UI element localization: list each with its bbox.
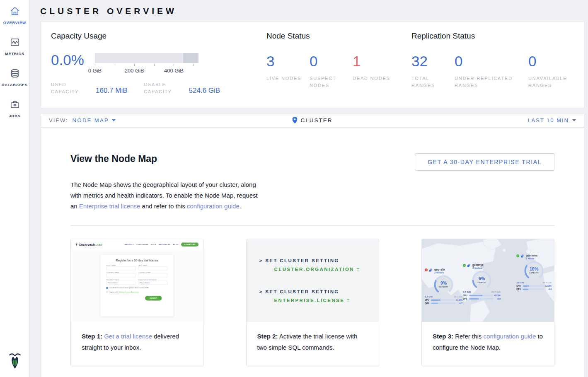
qps-bar xyxy=(523,288,544,290)
nodes-icon xyxy=(467,263,471,268)
thumb-nav-item: BLOG xyxy=(173,244,179,246)
qps-value: 4.4 xyxy=(545,288,552,290)
map-locality-nyc: ✓ geo=nyc 2 Nodes xyxy=(463,263,501,300)
thumb-checkbox-unchecked xyxy=(106,291,108,293)
chevron-down-icon xyxy=(572,119,576,121)
configuration-guide-link[interactable]: configuration guide xyxy=(484,333,536,340)
total-ranges-value: 32 xyxy=(411,53,451,70)
thumb-field-label: PROJECT PHASE xyxy=(106,279,136,281)
locality-node-count: 2 Nodes xyxy=(472,267,484,270)
cpu-value: 11.0% xyxy=(456,299,462,301)
sidebar-item-overview[interactable]: OVERVIEW xyxy=(0,6,29,25)
qps-bar xyxy=(469,298,494,300)
qps-bar xyxy=(431,302,455,304)
map-locality-ams: ✓ geo=ams 1 Node xyxy=(516,254,552,290)
thumb-checkbox-label: I would like to receive email updates ab… xyxy=(109,287,149,289)
step3-caption: Step 3: Refer this configuration guide t… xyxy=(422,322,554,362)
view-selector-dropdown[interactable]: NODE MAP xyxy=(73,117,116,123)
thumb-trial-form: Register for a 30-day trial license FIRS… xyxy=(100,254,174,317)
sidebar-item-label: OVERVIEW xyxy=(3,21,27,25)
dead-nodes-label: DEAD NODES xyxy=(353,75,391,82)
under-replicated-ranges-label: UNDER-REPLICATED RANGES xyxy=(455,75,521,89)
configuration-guide-link[interactable]: configuration guide xyxy=(187,203,240,210)
capacity-label: CAPACITY xyxy=(434,286,453,288)
step3-card: ! geo=sfo 2 Nodes xyxy=(421,239,554,366)
capacity-donut: 9% CAPACITY xyxy=(434,276,453,295)
thumb-nav-item: DOCS xyxy=(151,244,156,246)
replication-status-section: Replication Status 32 TOTAL RANGES 0 UND… xyxy=(411,31,576,108)
locality-total: 36.4 GiB xyxy=(542,281,552,284)
thumb-field-select: Please Select xyxy=(138,281,168,285)
enterprise-trial-button[interactable]: GET A 30-DAY ENTERPRISE TRIAL xyxy=(415,153,554,171)
unavailable-ranges-label: UNAVAILABLE RANGES xyxy=(528,75,573,89)
content-area: CLUSTER OVERVIEW Capacity Usage 0.0% 0 G… xyxy=(30,0,588,377)
under-replicated-ranges-stat: 0 UNDER-REPLICATED RANGES xyxy=(455,53,528,89)
capacity-bar xyxy=(95,53,198,63)
time-range-dropdown[interactable]: LAST 10 MIN xyxy=(528,117,576,123)
dead-status-icon: ! xyxy=(425,268,428,271)
locality-total: 351 GiB xyxy=(454,295,462,298)
thumb-checkbox-checked xyxy=(106,287,108,289)
sidebar-item-jobs[interactable]: JOBS xyxy=(0,99,29,118)
step2-caption: Step 2: Activate the trial license with … xyxy=(247,322,379,362)
locality-capacity-percent: 9% xyxy=(434,281,453,286)
cpu-bar xyxy=(523,285,544,287)
node-status-section: Node Status 3 LIVE NODES 0 SUSPECT NODES… xyxy=(266,31,411,108)
suspect-nodes-value: 0 xyxy=(310,53,349,70)
map-locality-sfo: ! geo=sfo 2 Nodes xyxy=(425,268,462,304)
view-label: VIEW: xyxy=(49,117,68,123)
thumb-nav-item: RESOURCES xyxy=(159,244,170,246)
sql-setting-line: CLUSTER.ORGANIZATION = xyxy=(274,267,379,272)
thumb-field-label: REASON FOR INTEREST xyxy=(138,279,168,281)
under-replicated-ranges-value: 0 xyxy=(455,53,525,70)
suspect-nodes-label: SUSPECT NODES xyxy=(310,75,348,89)
sidebar-item-databases[interactable]: DATABASES xyxy=(0,68,29,87)
nodes-icon xyxy=(520,254,525,258)
thumb-submit-button: SUBMIT xyxy=(145,296,162,301)
get-trial-license-link[interactable]: Get a trial license xyxy=(104,333,152,340)
dead-nodes-value: 1 xyxy=(353,53,392,70)
step3-text: Refer this xyxy=(453,333,484,340)
capacity-usage-title: Capacity Usage xyxy=(51,31,266,41)
locality-name: geo=sfo xyxy=(434,268,445,271)
cpu-label: CPU xyxy=(463,294,468,297)
cpu-label: CPU xyxy=(516,285,522,287)
cluster-summary-card: Capacity Usage 0.0% 0 GiB 200 GiB 400 Gi… xyxy=(40,21,585,108)
thumb-brand: Cockroach xyxy=(79,243,95,247)
step3-thumbnail: ! geo=sfo 2 Nodes xyxy=(422,239,554,322)
cpu-value: 12.3% xyxy=(545,285,552,287)
qps-value: 8.8 xyxy=(494,297,501,300)
scope-indicator: CLUSTER xyxy=(292,117,332,123)
axis-tick-label: 400 GiB xyxy=(164,68,184,74)
sidebar-item-label: METRICS xyxy=(5,52,24,56)
sidebar-item-label: DATABASES xyxy=(2,83,28,87)
thumb-checkbox-label: I agree to the Software License Agreemen… xyxy=(109,291,139,293)
used-capacity-value: 160.7 MiB xyxy=(96,87,128,95)
locality-name: geo=ams xyxy=(526,254,537,257)
used-capacity-label: USED CAPACITY xyxy=(51,81,87,95)
description-text: and refer to this xyxy=(140,203,187,210)
thumb-field-input xyxy=(138,274,168,278)
locality-capacity-percent: 10% xyxy=(525,267,544,272)
sql-prompt-line: > SET CLUSTER SETTING xyxy=(259,258,379,263)
thumb-field-label: COMPANY NAME xyxy=(106,272,136,273)
node-status-title: Node Status xyxy=(266,31,411,41)
sql-setting-line: ENTERPRISE.LICENSE = xyxy=(274,298,379,303)
locality-used: 3.7 GiB xyxy=(463,291,471,293)
enterprise-trial-license-link[interactable]: Enterprise trial license xyxy=(79,203,140,210)
thumb-field-input xyxy=(106,274,136,278)
step3-prefix: Step 3: xyxy=(433,333,453,340)
sidebar-item-metrics[interactable]: METRICS xyxy=(0,37,29,56)
cpu-bar xyxy=(431,299,455,301)
capacity-donut: 6% CAPACITY xyxy=(472,271,491,290)
node-map-heading: View the Node Map xyxy=(70,153,157,164)
thumb-field-input xyxy=(106,266,136,270)
qps-label: QPS xyxy=(516,288,522,290)
step2-thumbnail: > SET CLUSTER SETTING CLUSTER.ORGANIZATI… xyxy=(247,239,379,322)
replication-status-title: Replication Status xyxy=(411,31,576,41)
view-selector-value: NODE MAP xyxy=(73,117,109,123)
view-toolbar: VIEW: NODE MAP CLUSTER LAST 10 MIN xyxy=(40,113,585,127)
thumb-brand-suffix: LABS xyxy=(96,244,102,246)
capacity-usage-section: Capacity Usage 0.0% 0 GiB 200 GiB 400 Gi… xyxy=(51,31,266,108)
locality-node-count: 1 Node xyxy=(526,257,537,260)
